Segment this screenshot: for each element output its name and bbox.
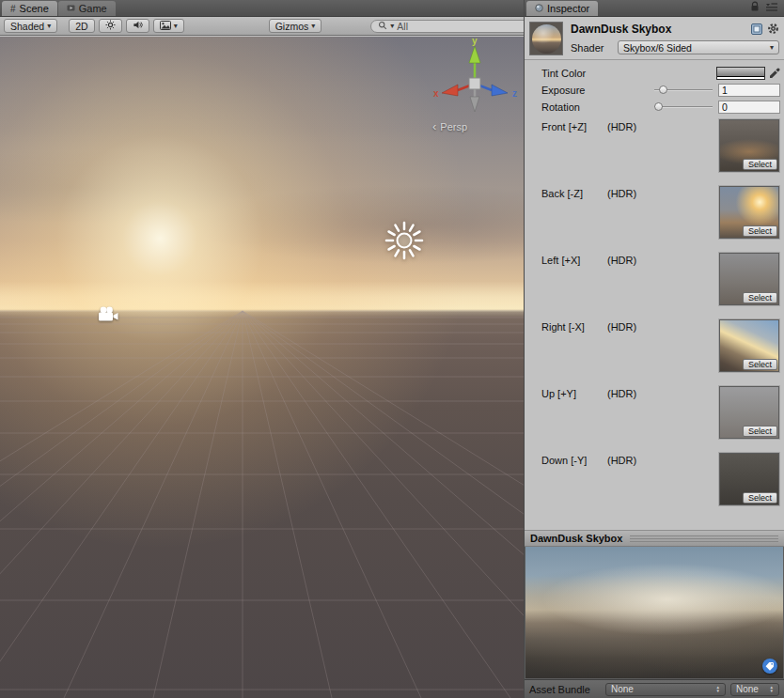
texture-slot-label: Up [+Y] xyxy=(541,388,607,439)
axis-z-cone xyxy=(492,85,508,96)
asset-variant-dropdown[interactable]: None ▲▼ xyxy=(730,683,779,696)
scene-lighting-toggle[interactable] xyxy=(99,19,122,33)
texture-slot-down: Down [-Y] (HDR) Select xyxy=(541,453,780,505)
axis-x-label: x xyxy=(433,88,439,99)
lock-icon[interactable] xyxy=(750,1,760,14)
inspector-panel: Inspector DawnDusk Skybox xyxy=(524,0,784,698)
chevron-down-icon: ▾ xyxy=(174,23,178,30)
chevron-down-icon: ▾ xyxy=(770,44,774,52)
texture-slot-label: Back [-Z] xyxy=(541,188,607,239)
texture-select-button[interactable]: Select xyxy=(743,292,777,303)
hdr-tag: (HDR) xyxy=(607,255,636,305)
game-icon xyxy=(67,4,75,14)
chevron-down-icon: ▾ xyxy=(47,23,51,30)
rotation-slider-thumb[interactable] xyxy=(654,102,663,111)
material-preview-thumb[interactable] xyxy=(529,22,563,55)
tab-game[interactable]: Game xyxy=(58,1,116,16)
texture-slot-up: Up [+Y] (HDR) Select xyxy=(541,386,780,439)
inspector-tabbar: Inspector xyxy=(525,0,784,17)
exposure-slider[interactable] xyxy=(654,85,713,96)
popup-arrows-icon: ▲▼ xyxy=(770,686,774,693)
texture-slot-back: Back [-Z] (HDR) Select xyxy=(541,186,780,239)
tab-scene[interactable]: # Scene xyxy=(2,1,57,16)
tab-game-label: Game xyxy=(79,3,107,14)
presets-icon[interactable] xyxy=(751,23,762,37)
preview-title: DawnDusk Skybox xyxy=(530,533,622,544)
exposure-slider-thumb[interactable] xyxy=(659,85,667,94)
exposure-value-field[interactable] xyxy=(718,84,780,97)
scene-orientation-gizmo[interactable]: y x z xyxy=(431,37,520,126)
rotation-value-field[interactable] xyxy=(718,101,780,114)
asset-bundle-label: Asset Bundle xyxy=(529,684,590,695)
axis-y-label: y xyxy=(472,37,478,46)
hdr-tag: (HDR) xyxy=(607,455,636,505)
asset-labels-button[interactable] xyxy=(762,659,777,674)
material-properties: Tint Color Exposure Rotation xyxy=(525,60,784,530)
rotation-slider[interactable] xyxy=(654,101,713,113)
scene-effects-dropdown[interactable]: ▾ xyxy=(153,19,184,33)
gizmos-dropdown[interactable]: Gizmos ▾ xyxy=(269,19,322,33)
texture-thumbnail[interactable]: Select xyxy=(719,386,779,439)
material-preview-section: DawnDusk Skybox Asset Bundle None ▲▼ xyxy=(525,530,784,698)
texture-select-button[interactable]: Select xyxy=(743,426,777,437)
texture-select-button[interactable]: Select xyxy=(743,225,777,237)
tint-color-row: Tint Color xyxy=(541,66,780,81)
texture-thumbnail[interactable]: Select xyxy=(719,453,779,505)
texture-select-button[interactable]: Select xyxy=(743,359,777,370)
axis-neg-y-cone xyxy=(470,97,479,112)
pane-menu-icon[interactable] xyxy=(765,2,778,13)
texture-slot-label: Down [-Y] xyxy=(541,455,607,505)
scene-search-field[interactable]: ▾ xyxy=(370,20,547,33)
gear-icon[interactable] xyxy=(767,23,779,37)
texture-slot-label: Left [+X] xyxy=(541,255,607,305)
shader-dropdown[interactable]: Skybox/6 Sided ▾ xyxy=(618,40,779,54)
gizmo-center-cube[interactable] xyxy=(469,78,480,89)
scene-audio-toggle[interactable] xyxy=(126,19,149,33)
shader-label: Shader xyxy=(571,42,618,54)
asset-bundle-dropdown[interactable]: None ▲▼ xyxy=(605,683,726,696)
tint-color-field[interactable] xyxy=(716,67,765,80)
preview-drag-handle-icon[interactable] xyxy=(630,535,778,542)
axis-z-label: z xyxy=(512,88,517,99)
tab-scene-label: Scene xyxy=(20,3,49,14)
search-filter-caret-icon[interactable]: ▾ xyxy=(390,23,394,30)
texture-thumbnail[interactable]: Select xyxy=(719,186,779,239)
directional-light-gizmo[interactable] xyxy=(383,219,426,262)
texture-thumbnail[interactable]: Select xyxy=(719,119,779,172)
axis-x-cone xyxy=(442,85,458,96)
tab-inspector[interactable]: Inspector xyxy=(526,1,598,16)
material-sphere xyxy=(532,24,561,54)
hdr-tag: (HDR) xyxy=(607,121,636,172)
image-icon xyxy=(160,21,171,32)
eyedropper-icon[interactable] xyxy=(769,67,780,81)
search-icon xyxy=(378,21,387,32)
preview-header[interactable]: DawnDusk Skybox xyxy=(525,531,784,547)
scene-tabbar: # Scene Game xyxy=(0,0,524,17)
texture-slot-right: Right [-X] (HDR) Select xyxy=(541,319,780,372)
exposure-row: Exposure xyxy=(541,83,780,98)
texture-thumbnail[interactable]: Select xyxy=(719,253,779,305)
skybox-sunset-render xyxy=(0,37,524,698)
texture-slot-label: Right [-X] xyxy=(541,321,607,372)
hdr-tag: (HDR) xyxy=(607,188,636,239)
sun-icon xyxy=(105,20,116,32)
scene-grid-icon: # xyxy=(10,4,16,14)
texture-select-button[interactable]: Select xyxy=(743,159,777,170)
hdr-tag: (HDR) xyxy=(607,388,636,439)
search-input[interactable] xyxy=(397,21,540,32)
texture-thumbnail[interactable]: Select xyxy=(719,319,779,372)
popup-arrows-icon: ▲▼ xyxy=(716,686,720,693)
texture-slot-label: Front [+Z] xyxy=(541,121,607,172)
scene-viewport[interactable]: y x z ‹ Persp xyxy=(0,37,524,698)
material-header: DawnDusk Skybox Shader Skybox/6 Sided ▾ xyxy=(525,17,784,60)
texture-select-button[interactable]: Select xyxy=(743,492,777,504)
axis-y-cone xyxy=(469,46,480,63)
rotation-row: Rotation xyxy=(541,100,780,115)
shading-mode-dropdown[interactable]: Shaded ▾ xyxy=(4,19,57,33)
hdr-tag: (HDR) xyxy=(607,321,636,372)
camera-gizmo[interactable] xyxy=(97,306,119,322)
scene-toolbar: Shaded ▾ 2D ▾ xyxy=(0,17,524,36)
texture-slot-front: Front [+Z] (HDR) Select xyxy=(541,119,780,172)
projection-mode-label[interactable]: ‹ Persp xyxy=(432,119,467,133)
toggle-2d-button[interactable]: 2D xyxy=(69,19,94,33)
